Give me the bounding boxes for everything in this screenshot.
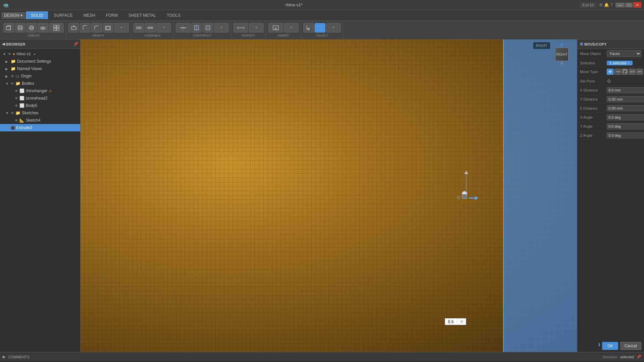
move-type-point-btn[interactable] — [629, 69, 636, 75]
move-type-free-btn[interactable] — [607, 69, 613, 75]
construct-plane-btn[interactable] — [176, 23, 191, 33]
y-distance-input[interactable] — [607, 96, 644, 102]
create-torus-btn[interactable] — [38, 23, 48, 33]
tab-form[interactable]: FORM — [101, 11, 123, 19]
select-label: SELECT — [316, 34, 328, 37]
tab-mesh[interactable]: MESH — [78, 11, 100, 19]
select-dropdown-btn[interactable]: ▼ — [326, 23, 341, 33]
x-angle-field: X Angle — [577, 113, 644, 122]
construct-dropdown-btn[interactable]: ▼ — [214, 23, 229, 33]
minimize-btn[interactable]: — — [615, 3, 625, 7]
construct-point-btn[interactable] — [203, 23, 213, 33]
chamfer-btn[interactable] — [91, 23, 102, 33]
cancel-button[interactable]: Cancel — [620, 342, 641, 350]
tab-sheet-metal[interactable]: SHEET METAL — [123, 11, 161, 19]
input-options-icon[interactable]: ⋮ — [455, 319, 459, 324]
small-circle-handle[interactable] — [457, 196, 460, 199]
create-cylinder-btn[interactable] — [15, 23, 25, 33]
tree-toggle-root[interactable]: ▼ — [3, 52, 7, 56]
press-pull-btn[interactable] — [68, 23, 79, 33]
x-angle-label: X Angle — [580, 115, 607, 119]
move-gizmo[interactable] — [456, 171, 476, 224]
tree-item-screwhead2[interactable]: 👁 ⬜ screwhead2 — [0, 95, 80, 102]
eye-icon-sh2[interactable]: 👁 — [15, 97, 18, 100]
insert-dropdown-btn[interactable]: ▼ — [284, 23, 299, 33]
select-btn[interactable] — [303, 23, 314, 33]
notification-icon[interactable]: 🔔 — [604, 3, 609, 7]
motion-link-btn[interactable] — [145, 23, 156, 33]
eye-icon-b5[interactable]: 👁 — [15, 104, 18, 108]
z-angle-input[interactable] — [607, 132, 644, 138]
insert-btn[interactable] — [268, 23, 283, 33]
move-object-select[interactable]: Faces — [607, 50, 641, 57]
pin-bottom-icon[interactable]: 📌 — [637, 355, 641, 359]
tree-toggle-sketches[interactable]: ▼ — [5, 111, 9, 115]
input-expand-icon[interactable]: ⊞ — [460, 319, 463, 324]
tree-item-rhinohanger[interactable]: 👁 ⬜ rhinohanger ⚠ — [0, 87, 80, 95]
eye-icon-root[interactable]: 👁 — [8, 52, 11, 56]
shell-btn[interactable] — [103, 23, 113, 33]
info-icon[interactable]: ℹ — [598, 342, 600, 350]
create-box-btn[interactable] — [3, 23, 14, 33]
settings-icon[interactable]: ⚙ — [599, 3, 603, 7]
eye-icon-sk4[interactable]: 👁 — [15, 119, 18, 122]
tree-item-origin[interactable]: ▶ 👁 🗂 Origin — [0, 72, 80, 80]
maximize-btn[interactable]: □ — [625, 3, 633, 7]
tree-label-named-views: Named Views — [17, 66, 42, 71]
construct-axis-btn[interactable] — [191, 23, 202, 33]
joint-btn[interactable] — [133, 23, 144, 33]
eye-icon-origin[interactable]: 👁 — [11, 74, 14, 78]
move-up-arrow[interactable] — [464, 171, 468, 191]
tree-item-named-views[interactable]: ▶ 📁 Named Views — [0, 65, 80, 72]
modify-dropdown-btn[interactable]: ▼ — [114, 23, 129, 33]
tab-surface[interactable]: SURFACE — [49, 11, 78, 19]
close-btn[interactable]: × — [633, 2, 641, 8]
assemble-dropdown-btn[interactable]: ▼ — [156, 23, 171, 33]
tree-item-body5[interactable]: 👁 ⬜ Body5 — [0, 102, 80, 109]
tree-item-doc-settings[interactable]: ▶ 📁 Document Settings — [0, 58, 80, 65]
help-icon[interactable]: ? — [610, 3, 613, 7]
view-cube[interactable]: RIGHT — [555, 48, 569, 61]
measure-btn[interactable] — [233, 23, 248, 33]
design-dropdown[interactable]: DESIGN ▾ — [1, 12, 25, 19]
tree-item-root[interactable]: ▼ 👁 ● rhino v1 ● — [0, 50, 80, 58]
tab-solid[interactable]: SOLID — [26, 11, 48, 19]
eye-icon-bodies[interactable]: 👁 — [11, 82, 14, 85]
selection-clear-btn[interactable]: × — [628, 61, 630, 65]
distance-input-overlay[interactable]: 8.6 ⋮ ⊞ — [445, 318, 466, 325]
window-select-btn[interactable] — [315, 23, 325, 33]
browser-pin-icon[interactable]: 📌 — [73, 42, 78, 46]
viewport[interactable]: Z RIGHT — [80, 40, 577, 352]
tree-toggle-doc[interactable]: ▶ — [5, 60, 9, 63]
z-distance-input[interactable] — [607, 105, 644, 111]
square-handle[interactable] — [462, 194, 467, 199]
nav-gizmo[interactable]: Z RIGHT — [552, 43, 572, 70]
y-angle-input[interactable] — [607, 123, 644, 129]
move-type-rotate-btn[interactable] — [622, 69, 628, 75]
create-more-btn[interactable] — [49, 23, 64, 33]
move-type-more-btn[interactable] — [636, 69, 643, 75]
tab-tools[interactable]: TOOLS — [162, 11, 185, 19]
tree-item-extrude3[interactable]: ⬛ Extrude3 — [0, 124, 80, 131]
tree-item-sketch4[interactable]: 👁 📐 Sketch4 — [0, 117, 80, 124]
browser-header: ◀ BROWSER 📌 — [0, 40, 80, 49]
x-angle-input[interactable] — [607, 114, 644, 120]
tree-toggle-bodies[interactable]: ▼ — [5, 82, 9, 85]
tree-toggle-origin[interactable]: ▶ — [5, 74, 9, 78]
move-type-along-btn[interactable] — [614, 69, 621, 75]
bottom-collapse-icon[interactable]: ▶ — [3, 355, 5, 359]
set-pivot-icon[interactable]: ⊹ — [607, 78, 611, 84]
eye-icon-rh[interactable]: 👁 — [15, 89, 18, 93]
right-arrow-handle[interactable] — [469, 195, 478, 202]
svg-rect-34 — [318, 26, 322, 29]
tree-item-sketches[interactable]: ▼ 👁 📁 Sketches — [0, 109, 80, 117]
tree-toggle-named-views[interactable]: ▶ — [5, 67, 9, 71]
browser-collapse-icon[interactable]: ◀ — [2, 42, 5, 46]
eye-icon-sketches[interactable]: 👁 — [11, 111, 14, 115]
fillet-btn[interactable] — [80, 23, 91, 33]
tree-item-bodies[interactable]: ▼ 👁 📁 Bodies — [0, 80, 80, 87]
x-distance-input[interactable] — [607, 87, 644, 93]
create-sphere-btn[interactable] — [26, 23, 37, 33]
ok-button[interactable]: Ok — [602, 342, 618, 350]
inspect-dropdown-btn[interactable]: ▼ — [249, 23, 264, 33]
